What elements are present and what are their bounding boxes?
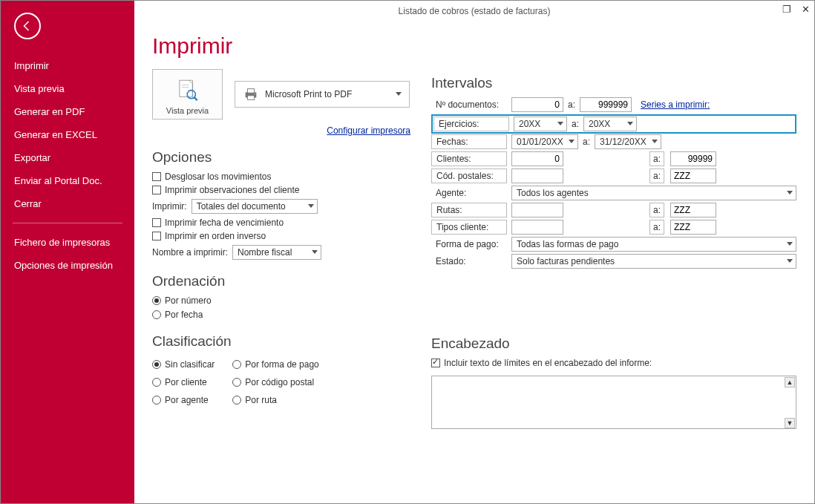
cp-to[interactable] [670,168,716,183]
chevron-down-icon [787,259,793,266]
rutas-from[interactable] [511,203,563,217]
series-link[interactable]: Series a imprimir: [641,99,710,110]
chevron-down-icon [396,92,402,99]
close-button[interactable]: ✕ [802,4,810,14]
page-heading: Imprimir [152,33,796,59]
menu-imprimir[interactable]: Imprimir [1,54,134,77]
svg-rect-0 [179,80,192,96]
menu-excel[interactable]: Generar en EXCEL [1,123,134,146]
chevron-down-icon [787,191,793,197]
chevron-down-icon [569,140,575,146]
cp-from[interactable] [511,168,563,183]
docs-from[interactable] [511,97,563,112]
printer-name: Microsoft Print to PDF [265,89,352,99]
clientes-label: Clientes: [431,151,507,166]
chk-observaciones[interactable] [152,186,161,194]
radio-por-ruta[interactable] [232,396,241,405]
agente-select[interactable]: Todos los agentes [511,186,796,200]
menu-cerrar[interactable]: Cerrar [1,192,134,215]
window-title: Listado de cobros (estado de facturas) [399,6,551,16]
svg-line-4 [194,97,197,100]
intervalos-heading: Intervalos [431,75,796,91]
chk-inverso[interactable] [152,232,161,240]
imprimir-label: Imprimir: [152,201,187,212]
ejer-from[interactable]: 20XX [514,117,567,131]
docs-label: Nº documentos: [431,97,507,112]
agente-label: Agente: [431,186,507,200]
menu-vista-previa[interactable]: Vista previa [1,77,134,100]
preview-button[interactable]: Vista previa [152,69,223,120]
encab-heading: Encabezado [431,336,796,352]
svg-rect-7 [247,96,254,100]
rutas-label: Rutas: [431,203,507,217]
ejer-to[interactable]: 20XX [583,117,637,131]
chevron-down-icon [627,122,633,128]
chk-encabezado[interactable] [431,359,440,367]
estado-select[interactable]: Solo facturas pendientes [511,254,796,269]
scroll-up[interactable]: ▲ [785,377,795,387]
chevron-down-icon [312,250,318,257]
menu-fichero-impresoras[interactable]: Fichero de impresoras [1,231,134,254]
fp-label: Forma de pago: [431,237,507,252]
chk-vencimiento[interactable] [152,218,161,227]
radio-por-fecha[interactable] [152,310,161,319]
chevron-down-icon [308,204,314,211]
fp-select[interactable]: Todas las formas de pago [511,237,796,252]
ejer-label: Ejercicios: [433,117,509,131]
menu-opciones-impresion[interactable]: Opciones de impresión [1,254,134,277]
cp-label: Cód. postales: [431,168,507,183]
radio-sin-clasif[interactable] [152,360,161,369]
restore-button[interactable]: ❐ [782,4,791,14]
radio-por-cliente[interactable] [152,378,161,387]
preview-icon [174,78,202,106]
chevron-down-icon [787,242,793,249]
preview-label: Vista previa [166,106,209,115]
menu-pdf[interactable]: Generar en PDF [1,100,134,123]
scroll-down[interactable]: ▼ [785,418,795,428]
fechas-label: Fechas: [431,134,507,149]
fechas-from[interactable]: 01/01/20XX [511,134,578,149]
back-button[interactable] [14,13,41,39]
chk-desglosar[interactable] [152,172,161,181]
svg-rect-6 [247,89,254,94]
printer-select[interactable]: Microsoft Print to PDF [235,81,410,108]
imprimir-select[interactable]: Totales del documento [192,199,318,214]
encab-text[interactable] [431,376,796,429]
radio-por-numero[interactable] [152,296,161,305]
menu-portal[interactable]: Enviar al Portal Doc. [1,169,134,192]
estado-label: Estado: [431,254,507,269]
menu-exportar[interactable]: Exportar [1,146,134,169]
clientes-to[interactable] [670,151,716,166]
tipos-label: Tipos cliente: [431,220,507,235]
chevron-down-icon [557,122,563,128]
radio-por-fp[interactable] [232,360,241,369]
tipos-to[interactable] [670,220,716,235]
tipos-from[interactable] [511,220,563,235]
clientes-from[interactable] [511,151,563,166]
printer-icon [243,86,259,102]
ejercicios-row-highlight: Ejercicios: 20XX a: 20XX [431,114,796,134]
chevron-down-icon [652,140,658,146]
nombre-select[interactable]: Nombre fiscal [232,245,321,260]
docs-to[interactable] [580,97,632,112]
radio-por-agente[interactable] [152,396,161,405]
nombre-label: Nombre a imprimir: [152,247,228,258]
fechas-to[interactable]: 31/12/20XX [595,134,661,149]
radio-por-cp[interactable] [232,378,241,387]
rutas-to[interactable] [670,203,716,217]
config-printer-link[interactable]: Configurar impresora [152,125,410,136]
svg-point-8 [255,93,256,94]
